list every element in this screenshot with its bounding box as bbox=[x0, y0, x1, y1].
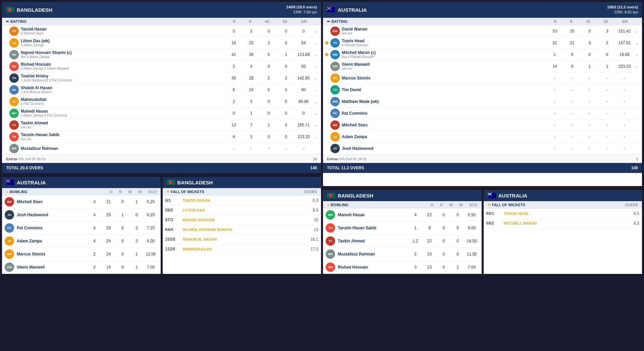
player-stat: 40 bbox=[225, 76, 243, 80]
bowling-player-row[interactable]: MHMahedi Hasan422005.50 bbox=[323, 209, 482, 222]
wicket-batsman-name: SHAKIB AL HASAN bbox=[183, 237, 217, 241]
batting-player-row[interactable]: THTravis Headb Rishad Hossain312132147.6… bbox=[323, 37, 642, 49]
wicket-row: 0/1TANZID HASAN0.3 bbox=[163, 196, 321, 206]
player-stat: 14 bbox=[546, 64, 564, 69]
player-info: Taskin Ahmednot out bbox=[21, 121, 225, 129]
bowling-player-row[interactable]: AZAdam Zampa424026.00 bbox=[2, 235, 161, 248]
bowling-player-row[interactable]: MRMustafizur Rahman2230011.50 bbox=[323, 248, 482, 261]
player-stat: 185.71 bbox=[295, 123, 312, 127]
bowler-stat: 6.25 bbox=[144, 213, 158, 217]
batting-player-row[interactable]: NHNajmul Hossain Shanto (c)lbw b Adam Za… bbox=[2, 49, 321, 61]
batting-player-row[interactable]: THTanzim Hasan Sakibnot out4300133.33⌄ bbox=[2, 131, 321, 143]
player-stat: 31 bbox=[546, 41, 564, 45]
bowling-player-row[interactable]: MSMarcus Stoinis2240112.00 bbox=[2, 248, 161, 261]
batting-player-row[interactable]: MSMarcus Stoinis----- bbox=[323, 72, 642, 84]
batting-player-row[interactable]: TDTim David----- bbox=[323, 84, 642, 96]
batting-player-row[interactable]: PCPat Cummins----- bbox=[323, 108, 642, 119]
player-dismissal: c Adam Zampa b Pat Cummins bbox=[21, 114, 225, 117]
wicket-batsman-name: LITTON DAS bbox=[183, 208, 205, 212]
bowling-player-row[interactable]: GMGlenn Maxwell214017.00 bbox=[2, 261, 161, 274]
bowling-player-row[interactable]: TATaskin Ahmed1.2220016.50 bbox=[323, 235, 482, 248]
player-avatar: TA bbox=[9, 120, 19, 130]
bowler-stat: 2 bbox=[409, 252, 423, 256]
bowler-avatar: GM bbox=[5, 262, 14, 272]
batting-player-row[interactable]: MSMitchell Starc----- bbox=[323, 119, 642, 131]
player-stat: - bbox=[598, 111, 616, 116]
player-stat: - bbox=[546, 111, 564, 116]
batting-player-row[interactable]: MMahmudullahb Pat Cummins230066.66⌄ bbox=[2, 96, 321, 108]
player-name: Pat Cummins bbox=[342, 111, 546, 116]
australia-header: AUSTRALIA 100/2 (11.2 overs) CRR: 8.82 r… bbox=[323, 2, 642, 18]
player-stat: - bbox=[225, 146, 243, 151]
chevron-icon[interactable]: ⌄ bbox=[312, 123, 319, 127]
player-info: Adam Zampa bbox=[342, 134, 546, 139]
bowling-player-row[interactable]: JHJosh Hazlewood425106.25 bbox=[2, 209, 161, 222]
chevron-icon[interactable]: ⌄ bbox=[312, 99, 319, 104]
bowler-stat: 0 bbox=[116, 199, 130, 204]
player-stat: - bbox=[243, 146, 260, 151]
batting-player-row[interactable]: MHMahedi Hasanc Adam Zampa b Pat Cummins… bbox=[2, 108, 321, 119]
player-dismissal: c Adam Zampa b Glenn Maxwell bbox=[21, 67, 225, 70]
bowler-name: Mitchell Starc bbox=[17, 199, 88, 204]
chevron-icon[interactable]: ⌄ bbox=[312, 111, 319, 116]
bangladesh-total: TOTAL 20.0 OVERS 140 bbox=[2, 163, 321, 173]
batting-indicator bbox=[325, 41, 328, 45]
batting-player-row[interactable]: LDLitton Das (wk)b Adam Zampa16252064⌄ bbox=[2, 37, 321, 49]
wicket-row: 84/4NAJMUL HOSSAIN SHANTO13 bbox=[163, 225, 321, 235]
bangladesh-wickets-section-header: ✏ FALL OF WICKETS OVERS bbox=[163, 188, 321, 196]
chevron-icon[interactable]: ⌄ bbox=[312, 64, 319, 69]
batting-player-row[interactable]: AZAdam Zampa----- bbox=[323, 131, 642, 143]
chevron-icon[interactable]: ⌄ bbox=[312, 29, 319, 34]
chevron-icon[interactable]: ⌄ bbox=[312, 134, 319, 139]
batting-player-row[interactable]: TATaskin Ahmednot out13710185.71⌄ bbox=[2, 119, 321, 131]
bowling-player-row[interactable]: MSMitchell Starc421015.25 bbox=[2, 195, 161, 209]
player-stat: 4 bbox=[225, 134, 243, 139]
player-stat: 21 bbox=[564, 41, 581, 45]
bowler-stat: 4 bbox=[88, 213, 102, 217]
player-stat: 8 bbox=[225, 87, 243, 92]
batting-player-row[interactable]: SAShakib Al Hasanc & b Marcus Stoinis810… bbox=[2, 84, 321, 96]
player-stat: 50 bbox=[295, 64, 312, 69]
bowler-name: Taskin Ahmed bbox=[338, 239, 409, 243]
chevron-icon[interactable]: ⌄ bbox=[312, 52, 319, 57]
batting-player-row[interactable]: GMGlenn Maxwellnot out14611233.33⌄ bbox=[323, 61, 642, 72]
chevron-icon[interactable]: ⌄ bbox=[633, 52, 640, 57]
bangladesh-bowling-flag-icon bbox=[327, 193, 335, 198]
player-stat: 80 bbox=[295, 87, 312, 92]
batting-player-row[interactable]: MRMustafizur Rahman----- bbox=[2, 143, 321, 155]
batting-player-row[interactable]: MMMitchell Marsh (c)lbw b Rishad Hossain… bbox=[323, 49, 642, 61]
chevron-icon[interactable]: ⌄ bbox=[633, 41, 640, 45]
chevron-icon[interactable]: ⌄ bbox=[312, 41, 319, 45]
player-stat: - bbox=[581, 134, 598, 139]
batting-player-row[interactable]: RHRishad Hossainc Adam Zampa b Glenn Max… bbox=[2, 61, 321, 72]
chevron-icon[interactable]: ⌄ bbox=[633, 64, 640, 69]
player-stat: - bbox=[616, 76, 633, 80]
batting-player-row[interactable]: THTanzid Hasanb Mitchell Starc03000⌄ bbox=[2, 25, 321, 37]
chevron-icon[interactable]: ⌄ bbox=[633, 29, 640, 34]
bowler-stat: 0 bbox=[116, 226, 130, 230]
bangladesh-bowling-section-header: ● BOWLING O R M W ECO bbox=[323, 201, 482, 209]
bowling-player-row[interactable]: THTanzim Hasan Sakib19009.00 bbox=[323, 222, 482, 235]
player-name: Adam Zampa bbox=[342, 134, 546, 139]
player-stat: - bbox=[260, 146, 277, 151]
batting-player-row[interactable]: MWMatthew Wade (wk)----- bbox=[323, 96, 642, 108]
bowler-avatar: RH bbox=[326, 262, 335, 272]
player-name: Glenn Maxwell bbox=[342, 62, 546, 67]
player-name: Tanzid Hasan bbox=[21, 27, 225, 32]
bowling-player-row[interactable]: PCPat Cummins429037.25 bbox=[2, 222, 161, 235]
player-stat: 2 bbox=[277, 76, 295, 80]
bowling-player-row[interactable]: RHRishad Hossain323027.66 bbox=[323, 261, 482, 274]
bowler-stat: 11.50 bbox=[465, 252, 479, 256]
player-info: Rishad Hossainc Adam Zampa b Glenn Maxwe… bbox=[21, 62, 225, 70]
wicket-batsman-name: TANZID HASAN bbox=[183, 198, 210, 202]
player-avatar: TH bbox=[330, 38, 340, 48]
bowler-stat: 24 bbox=[102, 252, 116, 256]
batting-player-row[interactable]: JHJosh Hazlewood----- bbox=[323, 143, 642, 155]
batting-player-row[interactable]: DWDavid Warnernot out533553151.42⌄ bbox=[323, 25, 642, 37]
chevron-icon[interactable]: ⌄ bbox=[312, 76, 319, 80]
batting-player-row[interactable]: THTowhid Hridoyc Josh Hazlewood b Pat Cu… bbox=[2, 72, 321, 84]
bowler-stat: 3 bbox=[130, 226, 144, 230]
player-stat: 3 bbox=[243, 99, 260, 104]
bowler-stat: 0 bbox=[451, 213, 465, 217]
chevron-icon[interactable]: ⌄ bbox=[312, 87, 319, 92]
